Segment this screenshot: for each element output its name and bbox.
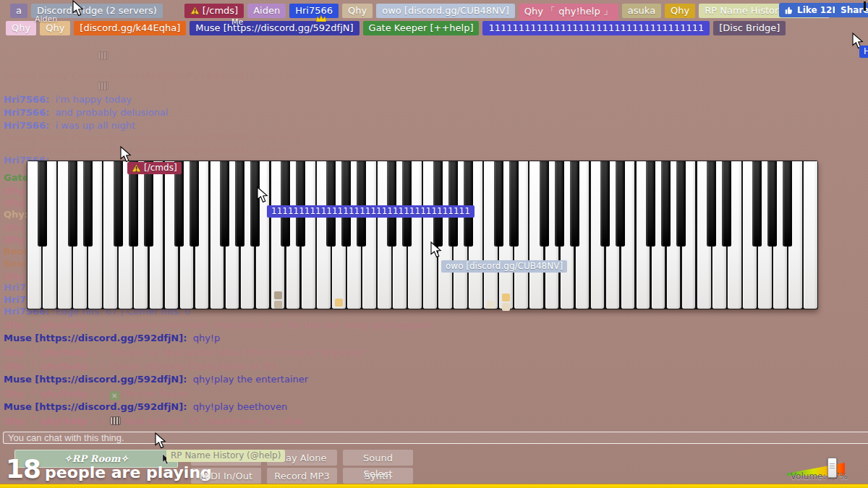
chat-message: Grand lenny Cream the rabbit(@udfy443030… bbox=[4, 132, 300, 143]
crown-icon bbox=[316, 15, 326, 22]
piano-black-key[interactable] bbox=[38, 161, 47, 247]
piano-black-key[interactable] bbox=[357, 161, 366, 247]
user-tag-label: [discord.gg/k44Eqha] bbox=[80, 22, 180, 33]
svg-text:!: ! bbox=[135, 166, 138, 172]
cursor-arrow-icon bbox=[72, 0, 85, 17]
piano-black-key[interactable] bbox=[555, 161, 564, 247]
svg-text:!: ! bbox=[194, 9, 197, 14]
user-tag[interactable]: Muse [https://discord.gg/592dfjN] bbox=[190, 21, 359, 35]
user-tag[interactable]: Qhy bbox=[6, 21, 36, 35]
piano-black-key[interactable] bbox=[661, 161, 671, 247]
user-tag[interactable]: Qhy bbox=[665, 4, 695, 18]
piano-black-key[interactable] bbox=[448, 161, 458, 247]
user-tags-row-1: aDiscordBridge (2 servers)![/cmds]AidenH… bbox=[10, 4, 833, 20]
chat-message: Muse [https://discord.gg/592dfjN]: qhy!p… bbox=[4, 374, 308, 385]
piano-icon bbox=[110, 416, 121, 425]
piano-black-key[interactable] bbox=[600, 161, 610, 247]
piano-black-key[interactable] bbox=[616, 161, 625, 247]
user-tag-label: Qhy bbox=[12, 22, 30, 33]
piano-black-key[interactable] bbox=[387, 161, 396, 247]
chat-message: Hri7566: and probably delusional bbox=[4, 107, 168, 118]
piano-black-key[interactable] bbox=[433, 161, 443, 247]
user-tag[interactable]: owo [discord.gg/CUB48NV] bbox=[376, 4, 515, 18]
user-tag[interactable]: Qhy bbox=[342, 4, 373, 18]
ui-button-record-mp3[interactable]: Record MP3 bbox=[267, 468, 337, 484]
note-blip bbox=[502, 294, 510, 301]
note-blip bbox=[274, 301, 282, 309]
piano-black-key[interactable] bbox=[402, 161, 412, 247]
piano-icon bbox=[98, 82, 109, 90]
user-tag[interactable]: [discord.gg/k44Eqha] bbox=[74, 21, 186, 35]
chat-message: Grand lenny Cream the rabbit(@udfy443030… bbox=[4, 145, 295, 155]
user-tag-label: Qhy 「 qhy!help 」 bbox=[524, 5, 613, 18]
user-tag-label: Gate Keeper [++help] bbox=[369, 22, 474, 33]
cursor-name-tag: Aiden bbox=[35, 14, 57, 24]
piano-white-key[interactable] bbox=[804, 161, 817, 309]
cursor-name-tag: owo [discord.gg/CUB48NV] bbox=[441, 260, 567, 273]
piano-black-key[interactable] bbox=[752, 161, 762, 247]
multiplayer-piano-app: { "accent_colors":{"fb_blue":"#3e68c9","… bbox=[0, 0, 868, 488]
piano-black-key[interactable] bbox=[676, 161, 686, 247]
piano-black-key[interactable] bbox=[722, 161, 731, 247]
cursor-name-tag: ![/cmds] bbox=[127, 162, 182, 174]
ui-button-sound-select[interactable]: Sound Select bbox=[343, 450, 413, 466]
piano-black-key[interactable] bbox=[250, 161, 260, 247]
piano-icon bbox=[98, 51, 109, 60]
ui-button-synth[interactable]: Synth bbox=[343, 468, 413, 484]
piano[interactable] bbox=[27, 160, 818, 309]
user-tag-label: Qhy bbox=[671, 5, 689, 16]
player-count-label: people are playing bbox=[45, 463, 212, 481]
piano-black-key[interactable] bbox=[767, 161, 777, 247]
chat-message: Muse [https://discord.gg/592dfjN]: qhy!p… bbox=[4, 401, 287, 412]
piano-black-key[interactable] bbox=[114, 161, 123, 247]
user-tag[interactable]: 111111111111111111111111111111111111 bbox=[482, 21, 710, 35]
chat-message bbox=[98, 81, 111, 92]
user-tag[interactable]: Hri7566 bbox=[289, 4, 339, 18]
piano-black-key[interactable] bbox=[326, 161, 336, 247]
piano-black-key[interactable] bbox=[540, 161, 549, 247]
note-blip bbox=[335, 299, 343, 307]
piano-black-key[interactable] bbox=[646, 161, 655, 247]
piano-black-key[interactable] bbox=[509, 161, 519, 247]
piano-black-key[interactable] bbox=[296, 161, 305, 247]
chat-message: Qhy 「 qhy!help 」: There's no description… bbox=[4, 346, 370, 359]
user-tag[interactable]: Aiden bbox=[247, 4, 286, 18]
chat-message bbox=[98, 51, 111, 61]
piano-black-key[interactable] bbox=[220, 161, 229, 247]
cursor-arrow-icon bbox=[430, 241, 443, 259]
chat-message: Qhy 「 qhy!help 」: Usage: qhy!play [Song … bbox=[4, 360, 276, 373]
me-label: Me bbox=[231, 17, 243, 27]
piano-black-key[interactable] bbox=[494, 161, 503, 247]
user-tag[interactable]: ![/cmds] bbox=[184, 4, 244, 18]
piano-black-key[interactable] bbox=[190, 161, 199, 247]
piano-black-key[interactable] bbox=[68, 161, 77, 247]
piano-black-key[interactable] bbox=[235, 161, 244, 247]
piano-black-key[interactable] bbox=[783, 161, 792, 247]
user-tag[interactable]: Qhy 「 qhy!help 」 bbox=[519, 4, 618, 20]
piano-black-key[interactable] bbox=[83, 161, 93, 247]
volume-slider-handle[interactable] bbox=[827, 458, 837, 478]
ui-button-midi-in-out[interactable]: MIDI In/Out bbox=[191, 468, 261, 484]
piano-black-key[interactable] bbox=[707, 161, 716, 247]
note-blip bbox=[274, 291, 282, 299]
bottom-accent-strip bbox=[0, 484, 868, 488]
user-tags-row-2: QhyQhy[discord.gg/k44Eqha]Muse [https://… bbox=[6, 21, 789, 35]
user-tag[interactable]: [Disc Bridge] bbox=[713, 21, 786, 35]
piano-black-key[interactable] bbox=[464, 161, 473, 247]
user-tag[interactable]: Gate Keeper [++help] bbox=[363, 21, 480, 35]
cursor-name-tag: RP Name History (@help) bbox=[166, 450, 285, 462]
piano-black-key[interactable] bbox=[341, 161, 351, 247]
chat-input[interactable] bbox=[3, 432, 868, 444]
cursor-name-tag: Hri7566 bbox=[859, 46, 868, 58]
piano-black-key[interactable] bbox=[281, 161, 290, 247]
user-tag[interactable]: asuka bbox=[622, 4, 661, 18]
chat-message: Hri7566: i'm happy today bbox=[4, 94, 132, 105]
user-tag[interactable]: a bbox=[10, 4, 27, 18]
user-tag-label: 111111111111111111111111111111111111 bbox=[488, 22, 704, 33]
user-tag-label: owo [discord.gg/CUB48NV] bbox=[382, 5, 509, 16]
user-tag-label: [/cmds] bbox=[203, 5, 238, 16]
note-blip bbox=[502, 303, 510, 311]
piano-black-key[interactable] bbox=[570, 161, 579, 247]
x-mark-icon: ✕ bbox=[110, 391, 119, 401]
chat-message: Qhy 「 qhy!help 」: Now playing: 72 - beet… bbox=[4, 415, 303, 428]
